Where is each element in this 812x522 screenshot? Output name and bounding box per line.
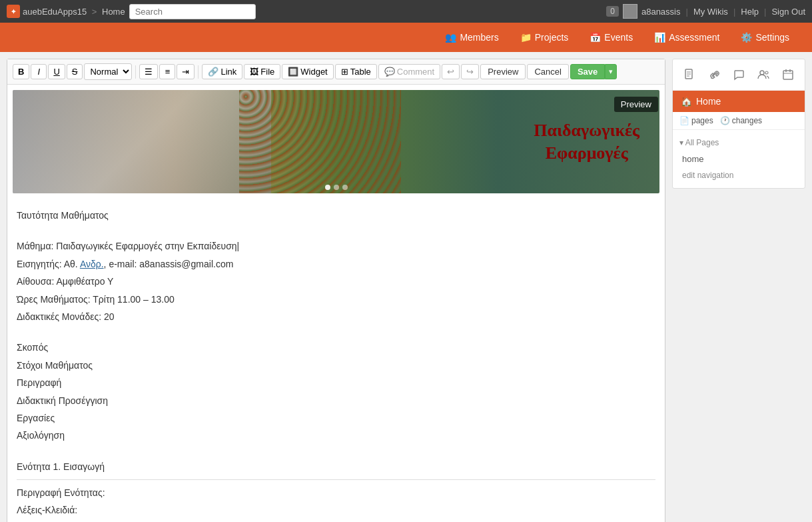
table-label: Table	[350, 67, 371, 77]
instructor-link[interactable]: Ανδρ.	[80, 259, 104, 269]
nav-members[interactable]: 👥 Members	[436, 28, 508, 47]
content-section-title: Ταυτότητα Μαθήματος	[17, 208, 655, 223]
underline-button[interactable]: U	[48, 64, 65, 79]
orange-navigation: 👥 Members 📁 Projects 📅 Events 📊 Assessme…	[0, 23, 812, 52]
toolbar-sep-1	[135, 65, 136, 79]
content-line-0: Μάθημα: Παιδαγωγικές Εφαρμογές στην Εκπα…	[17, 239, 655, 253]
sign-out-link[interactable]: Sign Out	[771, 7, 805, 17]
pages-label: pages	[691, 116, 713, 125]
sidebar-pages-link[interactable]: 📄 pages	[679, 116, 713, 125]
editor-content[interactable]: Ταυτότητα Μαθήματος Μάθημα: Παιδαγωγικές…	[7, 199, 665, 522]
settings-label: Settings	[755, 32, 789, 43]
changes-label: changes	[732, 116, 762, 125]
nav-assessment[interactable]: 📊 Assessment	[645, 28, 729, 47]
banner-dot-1	[325, 185, 330, 190]
file-button[interactable]: 🖼 File	[244, 64, 280, 79]
italic-button[interactable]: I	[31, 64, 47, 79]
logo-icon: ✦	[7, 5, 20, 18]
content-menu-ergasies: Εργασίες	[17, 411, 655, 425]
widget-button[interactable]: 🔲 Widget	[282, 64, 333, 79]
settings-icon: ⚙️	[741, 32, 752, 43]
members-sidebar-icon[interactable]	[754, 65, 773, 85]
svg-point-5	[765, 71, 768, 74]
banner-dots	[325, 185, 348, 190]
content-line-1: Εισηγητής: Αθ. Ανδρ., e-mail: a8anassis@…	[17, 257, 655, 271]
sidebar-changes-link[interactable]: 🕐 changes	[720, 116, 762, 125]
content-enotita-title: Ενότητα 1. Εισαγωγή	[17, 459, 655, 474]
save-group: Save ▾	[570, 64, 617, 79]
sidebar-item-home[interactable]: home	[673, 151, 805, 167]
svg-rect-6	[783, 71, 793, 79]
banner-dot-3	[342, 185, 348, 190]
content-keywords: Λέξεις-Κλειδιά:	[17, 503, 655, 517]
list-unordered-button[interactable]: ☰	[139, 64, 158, 79]
sidebar-home-header: 🏠 Home	[673, 91, 805, 112]
comment-label: Comment	[397, 67, 434, 77]
home-link[interactable]: Home	[102, 7, 125, 17]
strikethrough-button[interactable]: S	[67, 64, 83, 79]
banner-text: ΠαιδαγωγικέςΕφαρμογές	[514, 106, 659, 178]
table-button[interactable]: ⊞ Table	[335, 64, 377, 79]
all-pages-header[interactable]: ▾ All Pages	[673, 134, 805, 151]
comment-button[interactable]: 💬 Comment	[378, 64, 440, 79]
widget-icon: 🔲	[288, 67, 298, 77]
banner-building-bg	[13, 90, 271, 193]
app-name-link[interactable]: auebEduApps15	[23, 7, 87, 17]
format-select[interactable]: Normal	[84, 63, 132, 80]
username-link[interactable]: a8anassis	[641, 7, 681, 17]
projects-icon: 📁	[520, 32, 532, 43]
save-button[interactable]: Save	[570, 64, 605, 79]
cancel-button[interactable]: Cancel	[527, 64, 568, 79]
breadcrumb: auebEduApps15 > Home	[23, 7, 125, 17]
content-menu-axiologisi: Αξιολόγηση	[17, 428, 655, 443]
my-wikis-link[interactable]: My Wikis	[693, 7, 728, 17]
editor-toolbar: B I U S Normal ☰ ≡ ⇥ 🔗 Link 🖼 File 🔲 Wid…	[7, 59, 665, 85]
top-nav-left: ✦ auebEduApps15 > Home	[7, 4, 256, 19]
all-pages-label: ▾ All Pages	[679, 138, 719, 147]
sidebar-home-actions: 📄 pages 🕐 changes	[673, 112, 805, 130]
table-icon: ⊞	[341, 67, 348, 77]
comment-sidebar-icon[interactable]	[729, 65, 748, 85]
right-sidebar: 🏠 Home 📄 pages 🕐 changes ▾ All Pages	[672, 59, 805, 522]
page-icon[interactable]	[679, 65, 699, 85]
assessment-icon: 📊	[654, 32, 665, 43]
pages-icon: 📄	[679, 116, 689, 125]
main-container: B I U S Normal ☰ ≡ ⇥ 🔗 Link 🖼 File 🔲 Wid…	[0, 52, 812, 522]
content-line-3: Ώρες Μαθήματος: Τρίτη 11.00 – 13.00	[17, 292, 655, 307]
toolbar-sep-2	[198, 65, 199, 79]
projects-label: Projects	[535, 32, 569, 43]
calendar-sidebar-icon[interactable]	[779, 65, 798, 85]
nav-projects[interactable]: 📁 Projects	[511, 28, 578, 47]
indent-button[interactable]: ⇥	[177, 64, 195, 79]
undo-button[interactable]: ↩	[442, 64, 460, 79]
top-navigation: ✦ auebEduApps15 > Home 0 a8anassis | My …	[0, 0, 812, 23]
changes-icon: 🕐	[720, 116, 730, 125]
redo-button[interactable]: ↪	[461, 64, 479, 79]
events-icon: 📅	[590, 32, 601, 43]
preview-button[interactable]: Preview	[480, 64, 526, 79]
content-line-2: Αίθουσα: Αμφιθέατρο Υ	[17, 274, 655, 289]
banner-preview-container: ΠαιδαγωγικέςΕφαρμογές Preview	[7, 90, 665, 193]
bold-button[interactable]: B	[13, 64, 29, 79]
link-sidebar-icon[interactable]	[704, 65, 723, 85]
home-sidebar-icon: 🏠	[681, 96, 692, 107]
list-ordered-button[interactable]: ≡	[159, 64, 175, 79]
nav-settings[interactable]: ⚙️ Settings	[731, 28, 799, 47]
banner-pattern-bg	[239, 90, 401, 193]
sidebar-edit-navigation[interactable]: edit navigation	[673, 167, 805, 184]
link-label: Link	[220, 67, 236, 77]
assessment-label: Assessment	[669, 32, 719, 43]
sidebar-nav-items: ▾ All Pages home edit navigation	[673, 130, 805, 188]
search-input[interactable]	[129, 4, 256, 19]
save-dropdown-button[interactable]: ▾	[605, 64, 617, 79]
banner-dot-2	[334, 185, 339, 190]
content-divider	[17, 479, 655, 480]
link-button[interactable]: 🔗 Link	[202, 64, 242, 79]
help-link[interactable]: Help	[741, 7, 759, 17]
logo[interactable]: ✦ auebEduApps15 > Home	[7, 5, 125, 18]
nav-events[interactable]: 📅 Events	[580, 28, 642, 47]
svg-point-4	[760, 71, 764, 75]
breadcrumb-separator: >	[92, 7, 97, 17]
notification-badge[interactable]: 0	[606, 6, 619, 17]
avatar	[623, 4, 637, 19]
